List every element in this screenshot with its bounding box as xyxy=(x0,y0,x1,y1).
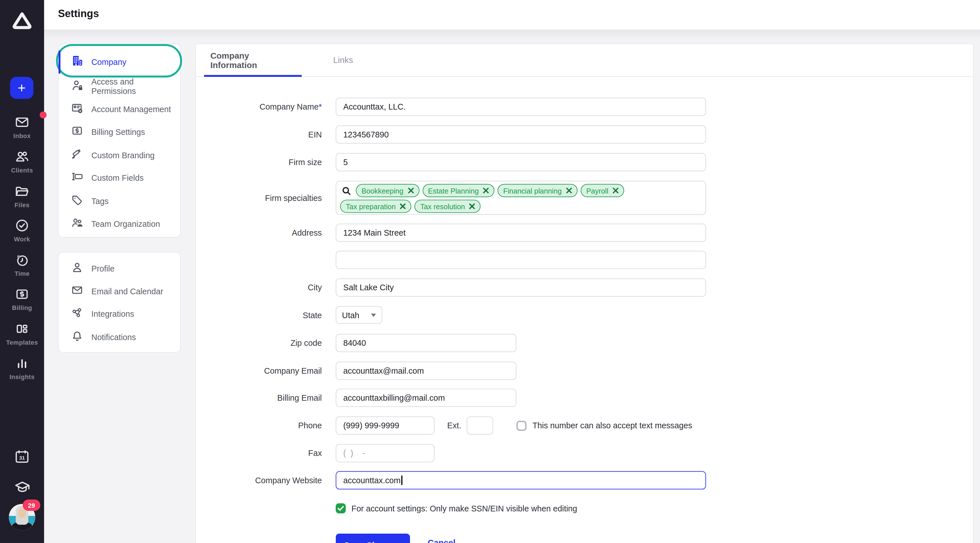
sms-checkbox[interactable] xyxy=(517,420,527,430)
specialty-tag: Tax resolution xyxy=(415,200,480,213)
sidebar-item-inbox[interactable]: Inbox xyxy=(0,115,44,139)
tab-bar: Company Information Links xyxy=(196,44,973,77)
remove-tag-icon[interactable] xyxy=(469,204,475,209)
settings-nav-label: Company xyxy=(91,57,126,67)
insights-bars-icon xyxy=(14,356,30,371)
company-building-icon xyxy=(71,55,83,69)
folder-icon xyxy=(14,184,30,199)
specialty-tag-row: Tax preparation Tax resolution xyxy=(340,200,702,213)
billing-card-icon xyxy=(14,287,30,302)
settings-nav-item-custom-branding[interactable]: Custom Branding xyxy=(59,144,180,167)
settings-nav-panel-personal: Profile Email and Calendar Integrations … xyxy=(58,252,181,353)
company-website-input[interactable]: accounttax.com xyxy=(336,471,706,489)
settings-nav-item-profile[interactable]: Profile xyxy=(59,257,180,280)
sidebar-item-insights[interactable]: Insights xyxy=(0,356,44,381)
remove-tag-icon[interactable] xyxy=(400,204,406,209)
form-row-address2 xyxy=(208,251,706,269)
fax-input[interactable] xyxy=(336,444,434,462)
ssn-visibility-label: For account settings: Only make SSN/EIN … xyxy=(352,504,577,513)
field-label: Firm specialties xyxy=(208,193,322,202)
sidebar-item-billing[interactable]: Billing xyxy=(0,287,44,311)
firm-specialties-multiselect[interactable]: Bookkeeping Estate Planning Financial pl… xyxy=(336,181,706,215)
phone-ext-input[interactable] xyxy=(467,416,493,435)
address-line1-input[interactable] xyxy=(336,224,706,242)
chevron-down-icon xyxy=(371,313,376,317)
remove-tag-icon[interactable] xyxy=(566,188,572,194)
team-icon xyxy=(71,217,83,231)
form-row-billing-email: Billing Email xyxy=(208,389,517,407)
settings-nav-item-custom-fields[interactable]: Custom Fields xyxy=(59,167,180,190)
remove-tag-icon[interactable] xyxy=(483,188,489,194)
settings-nav-label: Account Management xyxy=(91,105,171,114)
field-label: Company Name* xyxy=(208,102,322,111)
company-name-input[interactable] xyxy=(336,98,706,116)
phone-input[interactable] xyxy=(336,416,434,435)
state-select-value: Utah xyxy=(342,310,360,320)
field-label: Firm size xyxy=(208,158,322,167)
tab-links[interactable]: Links xyxy=(321,44,366,76)
settings-nav-label: Custom Branding xyxy=(91,151,154,160)
field-label: Billing Email xyxy=(208,393,322,403)
specialty-tag: Bookkeeping xyxy=(356,184,419,197)
settings-nav-item-tags[interactable]: Tags xyxy=(59,189,180,213)
company-email-input[interactable] xyxy=(336,361,517,380)
form-row-zip: Zip code xyxy=(208,334,517,352)
form-row-ssn-visibility: For account settings: Only make SSN/EIN … xyxy=(336,503,578,513)
sidebar-item-work[interactable]: Work xyxy=(0,218,44,242)
sidebar-item-templates[interactable]: Templates xyxy=(0,321,44,346)
firm-size-input[interactable] xyxy=(336,153,706,171)
tag-icon xyxy=(71,194,83,208)
state-select[interactable]: Utah xyxy=(336,306,382,324)
city-input[interactable] xyxy=(336,278,706,296)
sidebar-item-clients[interactable]: Clients xyxy=(0,150,44,174)
form-row-ein: EIN xyxy=(208,125,706,143)
sidebar-item-label: Templates xyxy=(6,339,38,346)
canopy-logo-icon[interactable] xyxy=(0,10,44,31)
settings-nav-item-notifications[interactable]: Notifications xyxy=(59,326,180,349)
profile-icon xyxy=(71,261,83,276)
ssn-visibility-checkbox[interactable] xyxy=(336,503,346,513)
settings-nav-item-access-permissions[interactable]: Access and Permissions xyxy=(59,75,180,98)
remove-tag-icon[interactable] xyxy=(612,188,618,194)
sidebar-item-label: Work xyxy=(14,236,30,242)
company-website-value: accounttax.com xyxy=(343,476,401,485)
tab-company-information[interactable]: Company Information xyxy=(204,44,302,76)
zip-code-input[interactable] xyxy=(336,334,517,352)
field-label: EIN xyxy=(208,130,322,139)
field-label: Fax xyxy=(208,449,322,458)
settings-nav-item-company[interactable]: Company xyxy=(59,49,180,75)
sidebar-item-files[interactable]: Files xyxy=(0,184,44,208)
settings-nav-item-billing-settings[interactable]: Billing Settings xyxy=(59,121,180,144)
inbox-unread-dot xyxy=(40,111,46,118)
calendar-icon[interactable]: 31 xyxy=(0,449,44,465)
sidebar-item-time[interactable]: Time xyxy=(0,253,44,277)
inbox-icon xyxy=(14,115,30,130)
settings-nav-label: Tags xyxy=(91,196,109,206)
field-label: Zip code xyxy=(208,338,322,348)
form-row-company-name: Company Name* xyxy=(208,98,706,116)
app-sidebar: + Inbox Clients Files xyxy=(0,0,44,543)
clock-icon xyxy=(14,253,30,268)
address-line2-input[interactable] xyxy=(336,251,706,269)
sidebar-item-label: Clients xyxy=(11,167,33,174)
graduation-cap-icon[interactable] xyxy=(0,479,44,496)
billing-email-input[interactable] xyxy=(336,389,517,407)
templates-grid-icon xyxy=(14,321,30,336)
svg-text:31: 31 xyxy=(19,455,25,461)
settings-nav-item-account-management[interactable]: Account Management xyxy=(59,98,180,121)
settings-nav-item-email-calendar[interactable]: Email and Calendar xyxy=(59,280,180,303)
ein-input[interactable] xyxy=(336,125,706,143)
global-add-button[interactable]: + xyxy=(10,77,33,99)
settings-nav-label: Access and Permissions xyxy=(91,77,180,96)
sms-checkbox-label: This number can also accept text message… xyxy=(532,421,692,430)
cancel-button[interactable]: Cancel xyxy=(424,537,460,543)
form-row-city: City xyxy=(208,278,706,296)
required-asterisk: * xyxy=(319,102,322,111)
settings-nav-item-integrations[interactable]: Integrations xyxy=(59,303,180,326)
save-changes-button[interactable]: Save Changes xyxy=(336,533,410,543)
remove-tag-icon[interactable] xyxy=(408,188,414,194)
settings-nav-label: Notifications xyxy=(91,333,136,342)
settings-nav-label: Integrations xyxy=(91,310,134,319)
form-row-company-website: Company Website accounttax.com xyxy=(208,471,706,489)
settings-nav-item-team-organization[interactable]: Team Organization xyxy=(59,213,180,236)
